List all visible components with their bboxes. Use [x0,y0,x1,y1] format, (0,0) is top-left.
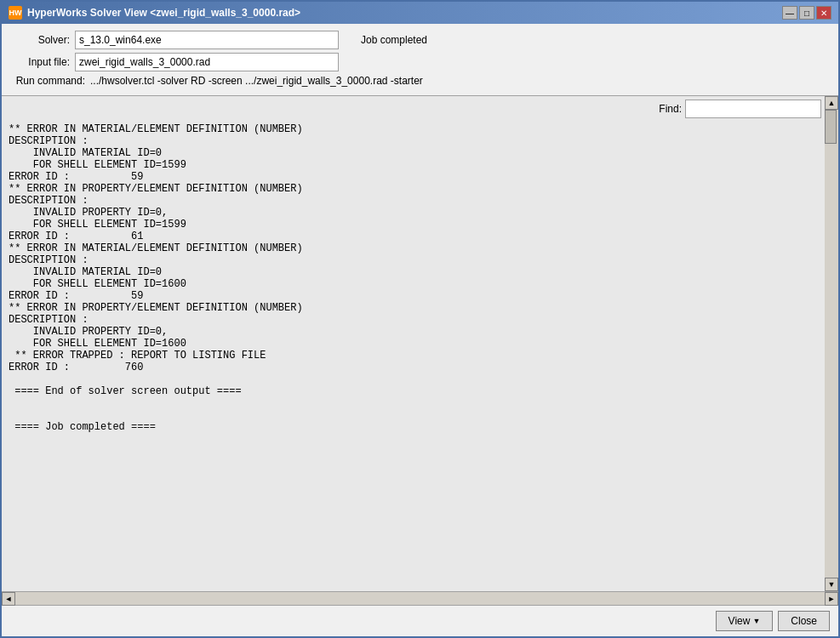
run-command-value: .../hwsolver.tcl -solver RD -screen .../… [90,75,423,87]
scroll-up-button[interactable]: ▲ [825,96,838,110]
form-area: Solver: Job completed Input file: Run co… [2,24,838,95]
window-title: HyperWorks Solver View <zwei_rigid_walls… [27,7,300,19]
h-scroll-track[interactable] [15,592,825,605]
text-output[interactable]: ** ERROR IN MATERIAL/ELEMENT DEFINITION … [2,96,825,591]
solver-row: Solver: Job completed [10,31,830,49]
scroll-thumb[interactable] [825,110,837,144]
horizontal-scrollbar: ◄ ► [2,591,838,605]
content-area: Find: ** ERROR IN MATERIAL/ELEMENT DEFIN… [2,96,838,591]
title-bar-left: HW HyperWorks Solver View <zwei_rigid_wa… [9,6,300,20]
solver-input[interactable] [75,31,339,49]
app-icon: HW [9,6,22,20]
view-button[interactable]: View ▼ [716,611,774,631]
run-command-label: Run command: [10,75,85,87]
close-button[interactable]: Close [778,611,830,631]
input-file-label: Input file: [10,56,70,68]
scroll-left-button[interactable]: ◄ [2,592,15,606]
find-bar: Find: [659,100,821,118]
input-file-input[interactable] [75,53,339,71]
window-close-button[interactable]: ✕ [816,6,831,20]
vertical-scrollbar: ▲ ▼ [825,96,838,591]
view-dropdown-arrow: ▼ [752,617,760,625]
scroll-down-button[interactable]: ▼ [825,578,838,591]
run-command-row: Run command: .../hwsolver.tcl -solver RD… [10,75,830,87]
find-label: Find: [659,103,682,115]
solver-label: Solver: [10,34,70,46]
button-bar: View ▼ Close [2,605,838,636]
title-controls: — □ ✕ [782,6,831,20]
main-window: HW HyperWorks Solver View <zwei_rigid_wa… [0,0,840,638]
find-input[interactable] [685,100,821,118]
minimize-button[interactable]: — [782,6,797,20]
maximize-button[interactable]: □ [799,6,814,20]
scroll-track[interactable] [825,110,838,578]
input-file-row: Input file: [10,53,830,71]
job-status: Job completed [361,34,427,46]
bottom-area: ◄ ► View ▼ Close [2,591,838,636]
scroll-right-button[interactable]: ► [825,592,838,606]
title-bar: HW HyperWorks Solver View <zwei_rigid_wa… [2,2,838,24]
